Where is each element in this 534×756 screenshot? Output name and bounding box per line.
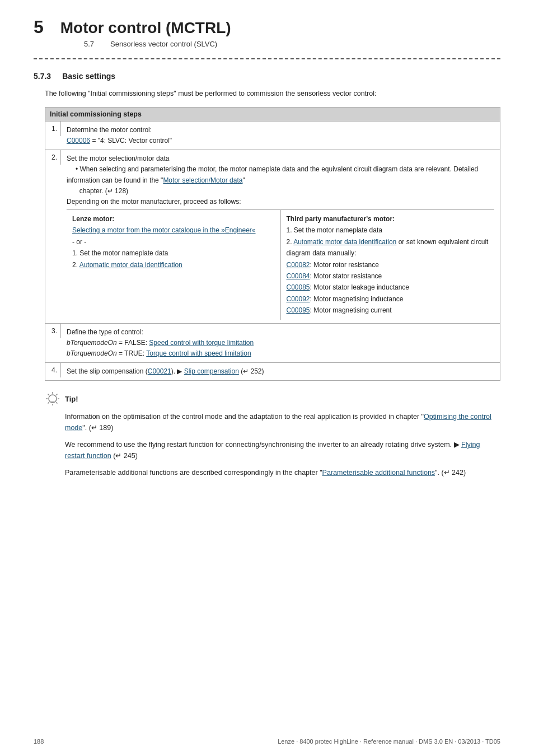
row-num-1: 1. xyxy=(45,122,61,136)
sub-header: 5.7 Sensorless vector control (SLVC) xyxy=(84,40,500,48)
c92-text: : Motor magnetising inductance xyxy=(310,295,404,303)
divider xyxy=(34,58,500,59)
intro-text: The following "Initial commissioning ste… xyxy=(45,88,500,99)
table-row: 2. Set the motor selection/motor data • … xyxy=(45,150,500,323)
row2-bullet: • When selecting and parameterising the … xyxy=(67,165,478,184)
c00006-link[interactable]: C00006 xyxy=(67,137,90,144)
row-3-content: Define the type of control: bTorquemodeO… xyxy=(61,324,500,363)
torquemode-false-label: bTorquemodeOn xyxy=(67,339,117,347)
table-row: 3. Define the type of control: bTorquemo… xyxy=(45,324,500,363)
additional-functions-link[interactable]: Parameterisable additional functions xyxy=(322,469,435,477)
tip-para-2: We recommend to use the flying restart f… xyxy=(65,439,500,461)
speed-control-link[interactable]: Speed control with torque limitation xyxy=(149,339,254,347)
third-step1: 1. Set the motor nameplate data xyxy=(287,226,382,234)
table-row: 4. Set the slip compensation (C00021). ▶… xyxy=(45,363,500,380)
chapter-header: 5 Motor control (MCTRL) xyxy=(34,17,500,38)
tip-header: Tip! xyxy=(45,391,500,407)
tip-label: Tip! xyxy=(65,395,78,403)
tip-icon xyxy=(45,391,60,407)
row2-chapter-ref: chapter. (↵ 128) xyxy=(76,187,128,195)
svg-point-0 xyxy=(49,395,57,403)
row-num-4: 4. xyxy=(45,363,61,377)
lenze-step1: 1. Set the motor nameplate data xyxy=(72,249,168,257)
sub-title: Sensorless vector control (SLVC) xyxy=(110,40,217,48)
row-num-3: 3. xyxy=(45,324,61,338)
third-step2: 2. Automatic motor data identification o… xyxy=(287,238,489,257)
tip-para2-text: We recommend to use the flying restart f… xyxy=(65,441,461,449)
slip-mid: ). ▶ xyxy=(171,367,184,375)
lenze-motor-col: Lenze motor: Selecting a motor from the … xyxy=(67,210,281,320)
svg-line-5 xyxy=(48,394,49,395)
sub-num: 5.7 xyxy=(84,40,94,48)
c00092-link[interactable]: C00092 xyxy=(287,295,310,303)
auto-id-link-third[interactable]: Automatic motor data identification xyxy=(293,238,396,246)
section-title: Basic settings xyxy=(62,72,115,81)
slip-text: Set the slip compensation ( xyxy=(67,367,148,375)
row1-text: Determine the motor control: xyxy=(67,126,152,134)
svg-line-6 xyxy=(56,403,57,404)
c85-text: : Motor stator leakage inductance xyxy=(310,283,409,291)
c00085-link[interactable]: C00085 xyxy=(287,283,310,291)
c00082-link[interactable]: C00082 xyxy=(287,261,310,269)
slip-end: (↵ 252) xyxy=(239,367,264,375)
svg-rect-9 xyxy=(51,402,54,403)
or-text: - or - xyxy=(72,238,86,246)
tip-box: Tip! Information on the optimisation of … xyxy=(45,391,500,478)
tip-para-3: Parameterisable additional functions are… xyxy=(65,467,500,478)
torquemode-true-eq: = TRUE: xyxy=(117,349,147,357)
row-2-content: Set the motor selection/motor data • Whe… xyxy=(61,150,500,323)
c00095-link[interactable]: C00095 xyxy=(287,306,310,314)
torque-control-link[interactable]: Torque control with speed limitation xyxy=(146,349,251,357)
table-row: 1. Determine the motor control: C00006 =… xyxy=(45,122,500,150)
torquemode-true-label: bTorquemodeOn xyxy=(67,349,117,357)
section-num: 5.7.3 xyxy=(34,72,51,81)
auto-id-link-lenze[interactable]: Automatic motor data identification xyxy=(79,261,182,269)
c00084-link[interactable]: C00084 xyxy=(287,272,310,280)
svg-line-7 xyxy=(56,394,57,395)
table-header: Initial commissioning steps xyxy=(45,108,500,122)
commissioning-table: Initial commissioning steps 1. Determine… xyxy=(45,107,500,381)
third-party-header: Third party manufacturer's motor: xyxy=(287,215,395,223)
row3-intro: Define the type of control: xyxy=(67,328,143,336)
tip-para-1: Information on the optimisation of the c… xyxy=(65,411,500,433)
lenze-header: Lenze motor: xyxy=(72,215,114,223)
c82-text: : Motor rotor resistance xyxy=(310,261,379,269)
footer-info: Lenze · 8400 protec HighLine · Reference… xyxy=(278,738,500,745)
row-num-2: 2. xyxy=(45,150,61,165)
row2-depending: Depending on the motor manufacturer, pro… xyxy=(67,198,241,206)
chapter-title: Motor control (MCTRL) xyxy=(60,19,231,37)
c95-text: : Motor magnetising current xyxy=(310,306,392,314)
row-1-content: Determine the motor control: C00006 = "4… xyxy=(61,122,500,150)
page-number: 188 xyxy=(34,738,44,745)
tip-para2-end: (↵ 245) xyxy=(111,452,138,460)
slip-compensation-link[interactable]: Slip compensation xyxy=(184,367,239,375)
c84-text: : Motor stator resistance xyxy=(310,272,382,280)
tip-para1-end: ". (↵ 189) xyxy=(82,424,113,432)
svg-line-8 xyxy=(48,403,49,404)
tip-para3-text: Parameterisable additional functions are… xyxy=(65,469,322,477)
engineer-link[interactable]: Selecting a motor from the motor catalog… xyxy=(72,226,256,234)
third-party-col: Third party manufacturer's motor: 1. Set… xyxy=(281,210,495,320)
row-4-content: Set the slip compensation (C00021). ▶ Sl… xyxy=(61,363,500,380)
section-header: 5.7.3 Basic settings xyxy=(34,72,500,81)
footer: 188 Lenze · 8400 protec HighLine · Refer… xyxy=(34,738,500,745)
torquemode-false-eq: = FALSE: xyxy=(117,339,149,347)
tip-para3-end: ". (↵ 242) xyxy=(435,469,466,477)
row2-split: Lenze motor: Selecting a motor from the … xyxy=(67,209,494,320)
lenze-step2: 2. Automatic motor data identification xyxy=(72,261,182,269)
chapter-number: 5 xyxy=(34,17,44,38)
motor-selection-link[interactable]: Motor selection/Motor data xyxy=(163,176,242,184)
row2-intro: Set the motor selection/motor data xyxy=(67,155,169,162)
tip-para1-text: Information on the optimisation of the c… xyxy=(65,413,424,421)
c00021-link[interactable]: C00021 xyxy=(148,367,171,375)
